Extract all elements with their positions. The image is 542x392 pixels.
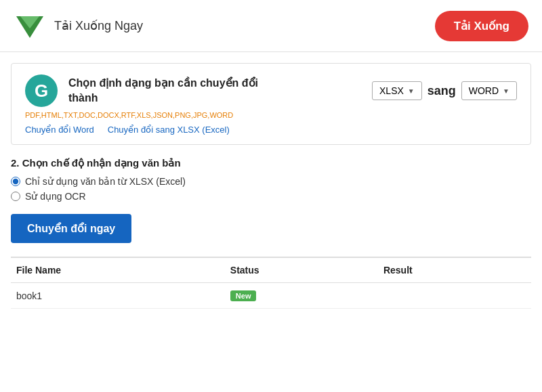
supported-formats: PDF,HTML,TXT,DOC,DOCX,RTF,XLS,JSON,PNG,J… [25,111,517,119]
link-convert-xlsx[interactable]: Chuyển đổi sang XLSX (Excel) [108,125,230,135]
file-table: File Name Status Result book1New [11,258,531,309]
col-result-header: Result [378,258,531,283]
radio-option2-label: Sử dụng OCR [25,191,86,202]
separator-label: sang [428,84,456,98]
convert-button-wrap: Chuyển đổi ngay [11,214,531,243]
convert-button[interactable]: Chuyển đổi ngay [11,214,131,243]
table-header-row: File Name Status Result [11,258,531,283]
header: Tải Xuống Ngay Tải Xuống [0,0,542,52]
download-button[interactable]: Tải Xuống [435,11,528,41]
status-badge: New [230,290,257,301]
radio-option2-input[interactable] [11,192,20,201]
to-format-select[interactable]: WORD ▼ [461,81,517,100]
g-icon: G [25,74,58,107]
radio-option2[interactable]: Sử dụng OCR [11,191,531,202]
file-table-wrap: File Name Status Result book1New [11,257,531,309]
logo-icon [14,9,46,42]
cell-status: New [225,283,378,309]
from-format-arrow-icon: ▼ [408,87,415,95]
table-row: book1New [11,283,531,309]
to-format-arrow-icon: ▼ [503,87,509,95]
col-status-header: Status [225,258,378,283]
cell-result [378,283,531,309]
cell-filename: book1 [11,283,225,309]
link-convert-word[interactable]: Chuyển đổi Word [25,125,94,135]
card-middle: Chọn định dạng bạn cần chuyển đổi thành [68,76,361,106]
section2-title: 2. Chọn chế độ nhận dạng văn bản [11,157,531,169]
header-title: Tải Xuống Ngay [54,18,143,33]
header-left: Tải Xuống Ngay [14,9,143,42]
card-heading: Chọn định dạng bạn cần chuyển đổi thành [68,76,361,106]
main-card: G Chọn định dạng bạn cần chuyển đổi thàn… [11,63,531,145]
card-links: Chuyển đổi Word Chuyển đổi sang XLSX (Ex… [25,125,517,135]
format-row: XLSX ▼ sang WORD ▼ [372,81,517,100]
radio-option1-label: Chỉ sử dụng văn bản từ XLSX (Excel) [25,176,186,187]
radio-group: Chỉ sử dụng văn bản từ XLSX (Excel) Sử d… [11,176,531,202]
radio-option1[interactable]: Chỉ sử dụng văn bản từ XLSX (Excel) [11,176,531,187]
radio-option1-input[interactable] [11,177,20,186]
from-format-select[interactable]: XLSX ▼ [372,81,422,100]
col-filename-header: File Name [11,258,225,283]
card-top: G Chọn định dạng bạn cần chuyển đổi thàn… [25,74,517,107]
section2: 2. Chọn chế độ nhận dạng văn bản Chỉ sử … [11,157,531,202]
